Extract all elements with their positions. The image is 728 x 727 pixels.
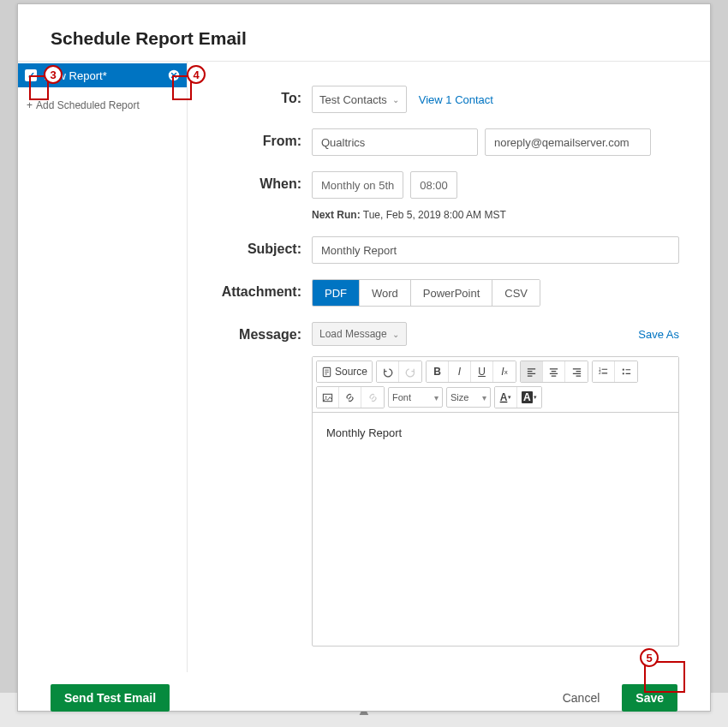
bg-color-button[interactable]: A▾ xyxy=(517,387,541,408)
cancel-button[interactable]: Cancel xyxy=(549,684,614,712)
add-scheduled-report-label: Add Scheduled Report xyxy=(36,99,140,111)
form-main: To: Test Contacts ⌄ View 1 Contact From: xyxy=(188,62,710,672)
align-center-button[interactable] xyxy=(543,361,565,382)
schedule-report-modal: Schedule Report Email ✓ New Report* +Add… xyxy=(17,3,711,712)
subject-input[interactable] xyxy=(312,236,679,264)
bullet-list-button[interactable] xyxy=(615,361,637,382)
clear-format-button[interactable]: Ix xyxy=(493,361,516,382)
align-right-button[interactable] xyxy=(565,361,588,382)
redo-icon xyxy=(405,366,416,378)
svg-point-4 xyxy=(622,368,624,370)
undo-icon xyxy=(382,366,393,378)
document-icon xyxy=(321,366,332,378)
caret-down-icon: ▾ xyxy=(434,393,439,402)
unlink-icon xyxy=(367,392,379,403)
ul-icon xyxy=(621,366,632,378)
sidebar: ✓ New Report* +Add Scheduled Report xyxy=(18,62,188,672)
field-subject: Subject: xyxy=(188,236,679,264)
plus-icon: + xyxy=(27,99,33,111)
load-message-dropdown[interactable]: Load Message ⌄ xyxy=(312,322,407,346)
checkbox-icon[interactable]: ✓ xyxy=(25,69,37,81)
next-run-text: Next Run: Tue, Feb 5, 2019 8:00 AM MST xyxy=(312,209,679,221)
source-button[interactable]: Source xyxy=(317,361,372,382)
chevron-down-icon: ⌄ xyxy=(392,95,399,104)
sidebar-item-label: New Report* xyxy=(44,69,107,82)
attachment-segmented: PDF Word PowerPoint CSV xyxy=(312,279,540,307)
align-left-icon xyxy=(526,366,537,378)
label-message: Message: xyxy=(188,322,312,343)
editor-content[interactable]: Monthly Report xyxy=(313,413,678,646)
save-button[interactable]: Save xyxy=(622,684,677,712)
image-icon xyxy=(322,392,333,403)
from-email-input[interactable] xyxy=(485,128,651,156)
field-message: Message: Load Message ⌄ Save As xyxy=(188,322,679,647)
size-select[interactable]: Size▾ xyxy=(446,387,491,408)
ol-icon: 12 xyxy=(598,366,609,378)
label-from: From: xyxy=(188,128,312,149)
to-selection: Test Contacts xyxy=(319,93,387,106)
svg-point-5 xyxy=(622,372,624,374)
numbered-list-button[interactable]: 12 xyxy=(593,361,615,382)
when-time-dropdown[interactable]: 08:00 xyxy=(410,171,457,199)
link-button[interactable] xyxy=(339,387,361,408)
text-color-button[interactable]: A▾ xyxy=(495,387,517,408)
label-subject: Subject: xyxy=(188,236,312,257)
attachment-pdf[interactable]: PDF xyxy=(313,280,360,306)
align-center-icon xyxy=(548,366,559,378)
font-select[interactable]: Font▾ xyxy=(388,387,443,408)
chevron-down-icon: ⌄ xyxy=(392,330,399,339)
redo-button[interactable] xyxy=(399,361,421,382)
sidebar-item-report[interactable]: ✓ New Report* xyxy=(18,63,187,87)
field-to: To: Test Contacts ⌄ View 1 Contact xyxy=(188,86,679,113)
field-from: From: xyxy=(188,128,679,156)
label-when: When: xyxy=(188,171,312,192)
link-icon xyxy=(344,392,355,403)
rich-text-editor: Source B I xyxy=(312,356,679,647)
send-test-email-button[interactable]: Send Test Email xyxy=(51,684,170,712)
attachment-csv[interactable]: CSV xyxy=(492,280,540,306)
view-contacts-link[interactable]: View 1 Contact xyxy=(419,93,493,106)
field-when: When: Monthly on 5th 08:00 Next Run: Tue… xyxy=(188,171,679,221)
modal-title: Schedule Report Email xyxy=(18,4,710,57)
modal-footer: Send Test Email Cancel Save xyxy=(18,672,710,727)
undo-button[interactable] xyxy=(377,361,399,382)
attachment-powerpoint[interactable]: PowerPoint xyxy=(411,280,492,306)
svg-point-7 xyxy=(325,396,327,397)
attachment-word[interactable]: Word xyxy=(360,280,411,306)
image-button[interactable] xyxy=(317,387,339,408)
when-rule-dropdown[interactable]: Monthly on 5th xyxy=(312,171,403,199)
italic-button[interactable]: I xyxy=(449,361,471,382)
save-as-link[interactable]: Save As xyxy=(638,328,679,341)
svg-text:2: 2 xyxy=(599,371,601,375)
from-name-input[interactable] xyxy=(312,128,478,156)
underline-button[interactable]: U xyxy=(471,361,493,382)
editor-toolbar: Source B I xyxy=(313,357,678,413)
align-left-button[interactable] xyxy=(521,361,543,382)
bold-button[interactable]: B xyxy=(427,361,449,382)
add-scheduled-report[interactable]: +Add Scheduled Report xyxy=(18,87,187,123)
to-dropdown[interactable]: Test Contacts ⌄ xyxy=(312,86,407,113)
caret-down-icon: ▾ xyxy=(482,393,486,402)
unlink-button[interactable] xyxy=(361,387,384,408)
close-icon[interactable] xyxy=(168,69,180,81)
field-attachment: Attachment: PDF Word PowerPoint CSV xyxy=(188,279,679,307)
label-attachment: Attachment: xyxy=(188,279,312,300)
label-to: To: xyxy=(188,86,312,106)
align-right-icon xyxy=(571,366,582,378)
